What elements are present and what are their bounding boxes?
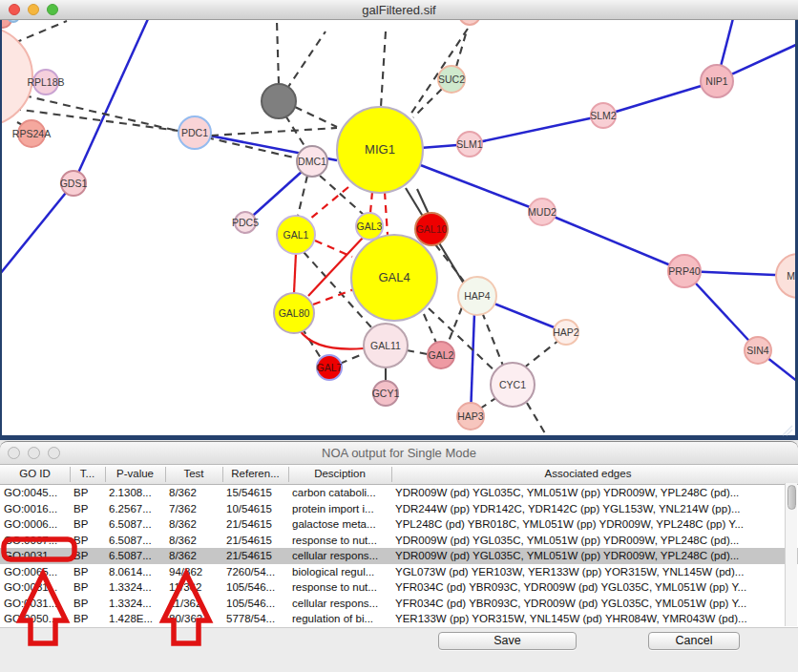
table-row[interactable]: GO:0065...BP8.0614...94/3627260/54...bio… — [0, 564, 798, 580]
node-label-GAL1: GAL1 — [284, 229, 309, 241]
cell: YPL248C (pd) YBR018C, YML051W (pp) YDR00… — [391, 516, 785, 533]
column-header-3[interactable]: Test — [165, 468, 222, 479]
edge — [24, 95, 298, 158]
cell: carbon cataboli... — [288, 485, 391, 501]
node-label-PDC5: PDC5 — [232, 217, 259, 228]
column-header-1[interactable]: T... — [70, 468, 105, 479]
node-label-GDS1: GDS1 — [60, 178, 88, 189]
cell: GO:0006... — [0, 516, 70, 533]
divider — [0, 627, 798, 628]
edge — [527, 403, 548, 438]
column-separator[interactable] — [165, 467, 166, 482]
node-label-DMC1: DMC1 — [298, 156, 326, 167]
cell: GO:0045... — [0, 485, 70, 501]
cell: YGL073W (pd) YER103W, YER133W (pp) YOR31… — [391, 564, 785, 580]
cell: BP — [70, 516, 105, 533]
column-header-6[interactable]: Associated edges — [391, 468, 785, 479]
cell: BP — [70, 533, 105, 549]
cell: BP — [70, 564, 105, 580]
cell: BP — [70, 596, 105, 612]
edge — [285, 116, 306, 149]
node-label-GCY1: GCY1 — [372, 388, 400, 399]
edge — [471, 313, 474, 415]
table-row[interactable]: GO:0050...BP1.428E...80/3625778/54...reg… — [0, 611, 798, 627]
node-label-SLM2: SLM2 — [590, 110, 617, 121]
node-label-NIP1: NIP1 — [705, 75, 728, 87]
table-row[interactable]: GO:0031...BP1.3324...11/362105/546...res… — [0, 579, 798, 596]
cell: 94/362 — [165, 564, 222, 580]
cell: 6.5087... — [105, 548, 165, 564]
edge — [74, 0, 157, 183]
cell: 105/546... — [222, 579, 288, 596]
column-separator[interactable] — [222, 467, 223, 482]
table-row[interactable]: GO:0016...BP6.2567...7/36210/54615protei… — [0, 501, 798, 517]
cell: YER133W (pp) YOR315W, YNL145W (pd) YHR08… — [391, 611, 785, 627]
node-label-RPL18B: RPL18B — [27, 76, 64, 88]
cell: GO:0016... — [0, 501, 70, 517]
table-header[interactable]: GO IDT...P-valueTestReferen...Desciption… — [0, 465, 798, 485]
node-label-GAL3: GAL3 — [357, 220, 383, 232]
column-header-5[interactable]: Desciption — [288, 468, 391, 479]
scrollbar-thumb[interactable] — [788, 485, 796, 510]
node-label-GAL4: GAL4 — [378, 270, 410, 284]
table-row[interactable]: GO:0007...BP6.5087...8/36221/54615respon… — [0, 533, 798, 549]
window-border-bottom — [0, 435, 798, 440]
cell: 7260/54... — [222, 564, 288, 580]
column-separator[interactable] — [288, 467, 289, 482]
table-row[interactable]: GO:0031...BP1.3324...11/362105/546...cel… — [0, 596, 798, 612]
edge — [286, 32, 326, 90]
cell: 8.0614... — [105, 564, 165, 580]
node-label-GAL2: GAL2 — [429, 349, 454, 361]
column-header-4[interactable]: Referen... — [222, 468, 288, 479]
cell: YDR009W (pd) YGL035C, YML051W (pp) YDR00… — [391, 533, 785, 549]
edge — [523, 340, 559, 368]
cell: BP — [70, 611, 105, 627]
cell: 2.1308... — [105, 485, 165, 501]
edge — [370, 192, 372, 213]
cell: GO:0065... — [0, 564, 70, 580]
cell: galactose meta... — [288, 516, 391, 533]
title-bar: galFiltered.sif — [0, 0, 798, 20]
column-separator[interactable] — [70, 467, 71, 482]
column-separator[interactable] — [105, 467, 106, 482]
column-separator[interactable] — [391, 467, 392, 482]
cell: YDR244W (pp) YDR142C, YDR142C (pp) YGL15… — [391, 501, 785, 517]
results-table: GO:0045...BP2.1308...8/36215/54615carbon… — [0, 485, 798, 628]
column-header-2[interactable]: P-value — [105, 468, 165, 479]
cell: regulation of bi... — [288, 611, 391, 627]
node-label-HAP4: HAP4 — [464, 290, 491, 302]
vertical-scrollbar[interactable] — [785, 483, 797, 626]
save-button[interactable]: Save — [438, 632, 577, 650]
node-label-SLM1: SLM1 — [456, 138, 483, 150]
table-row[interactable]: GO:0045...BP2.1308...8/36215/54615carbon… — [0, 485, 798, 501]
window-border-left — [0, 19, 2, 440]
cell: response to nut... — [288, 533, 391, 549]
cell: YFR034C (pd) YBR093C, YDR009W (pd) YGL03… — [391, 596, 785, 612]
edge — [413, 89, 442, 117]
network-canvas[interactable]: RPL18BRPS24AGDS1PDC1PDC5DMC1MIG1SUC2SLM1… — [0, 0, 798, 440]
cell: 1.3324... — [105, 596, 165, 612]
table-row[interactable]: GO:0006...BP6.5087...8/36221/54615galact… — [0, 516, 798, 533]
edge — [385, 192, 388, 235]
node-label-MIG1: MIG1 — [365, 142, 395, 157]
cell: 21/54615 — [222, 548, 288, 564]
edge — [407, 350, 428, 354]
edge — [340, 353, 365, 364]
node-label-PDC1: PDC1 — [181, 127, 208, 138]
cell: GO:0031... — [0, 596, 70, 612]
cell: 1.428E... — [105, 611, 165, 627]
node-label-SIN4: SIN4 — [746, 345, 769, 356]
cancel-button[interactable]: Cancel — [648, 632, 740, 650]
cell: 8/362 — [165, 533, 222, 549]
cell: 15/54615 — [222, 485, 288, 501]
noa-window-title: NOA output for Single Mode — [0, 446, 798, 460]
edge — [470, 116, 603, 144]
node-gray-node[interactable] — [262, 84, 296, 118]
table-row[interactable]: GO:0031...BP6.5087...8/36221/54615cellul… — [0, 548, 798, 564]
edge — [381, 32, 386, 107]
edge — [0, 183, 74, 274]
cell: 11/362 — [165, 579, 222, 596]
column-header-0[interactable]: GO ID — [0, 468, 70, 479]
resize-grip-icon[interactable] — [781, 424, 794, 437]
node-label-GAL80: GAL80 — [279, 307, 310, 319]
